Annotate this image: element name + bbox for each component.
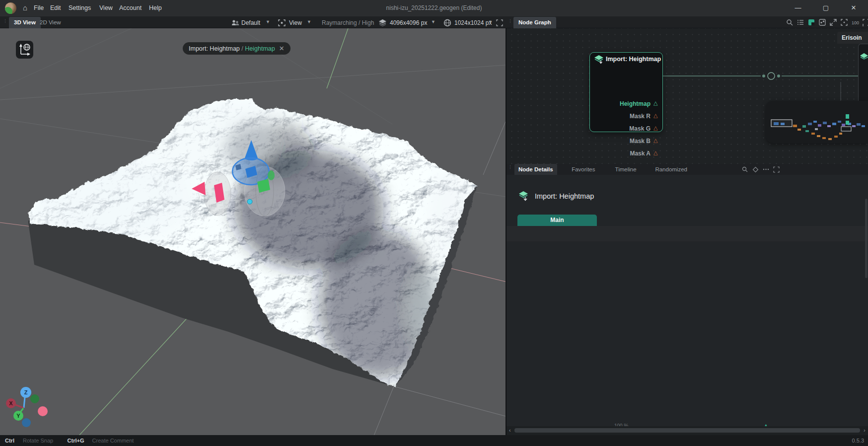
version-label: 0.5.3 [844, 438, 864, 444]
node-output-heightmap: Heightmap [620, 100, 651, 107]
app-logo-icon[interactable] [5, 2, 16, 14]
property-row-rotation: Rotation0.000°↺☆ [506, 259, 868, 274]
property-row-scale: Scale4096.000meters↺☆ [506, 274, 868, 289]
tab-timeline[interactable]: Timeline [611, 164, 641, 175]
axis-neg-y-handle[interactable] [30, 394, 39, 403]
menu-settings[interactable]: Settings [69, 4, 91, 11]
list-icon[interactable] [797, 19, 804, 26]
scroll-left-icon[interactable]: ‹ [509, 427, 511, 433]
node-output-connector-heightmap[interactable]: △ [653, 100, 657, 106]
property-row-offset: Offset0.000meters↺☆ [506, 304, 868, 319]
property-row-relative-vertical-scale: Relative vertical scale24.600%↺☆ [506, 289, 868, 304]
axis-gizmo[interactable]: Z X Y [6, 387, 48, 427]
close-button[interactable]: ✕ [847, 2, 860, 14]
menu-account[interactable]: Account [119, 4, 142, 11]
preview-resolution-dropdown[interactable]: 1024x1024 px [454, 19, 492, 26]
vertical-scrollbar-thumb[interactable] [865, 199, 868, 278]
details-grip[interactable]: ⋮⋮ [508, 166, 512, 172]
menu-view[interactable]: View [99, 4, 113, 11]
minimap-toggle-icon[interactable] [808, 19, 815, 26]
svg-text:Y: Y [16, 413, 20, 419]
erosion-node-icon [860, 52, 868, 67]
node-output-mask-a: Mask A [630, 150, 651, 157]
tab-favorites[interactable]: Favorites [568, 164, 599, 175]
section-header-main[interactable]: ▼ Main [506, 226, 868, 241]
terrain-scene: Z X Y [0, 28, 506, 435]
minimize-button[interactable]: — [792, 2, 804, 14]
property-row-status: StatusLoaded [506, 393, 868, 408]
profile-chevron-icon[interactable]: ▼ [266, 19, 270, 24]
details-diamond-icon[interactable] [752, 166, 759, 173]
render-mode-label[interactable]: Raymarching / High [322, 19, 374, 26]
profile-dropdown[interactable]: Default [241, 19, 260, 26]
node-erosion-tab[interactable]: Erisoin [837, 32, 868, 44]
property-row-raw: Raw↺☆ [506, 364, 868, 378]
details-node-title: Import: Heightmap [535, 192, 594, 200]
resolution-dropdown[interactable]: 4096x4096 px [390, 19, 427, 26]
node-graph-grip[interactable]: ⋮⋮ [508, 20, 512, 26]
node-output-mask-g: Mask G [629, 125, 651, 132]
hint-action: Rotate Snap [23, 438, 53, 444]
preview-resolution-chevron-icon[interactable]: ▼ [488, 19, 493, 24]
minimap-content [766, 101, 868, 143]
scroll-right-icon[interactable]: › [864, 427, 866, 433]
node-output-connector-mask-b[interactable]: △ [653, 137, 657, 144]
details-more-icon[interactable] [763, 166, 769, 173]
fullscreen-icon[interactable] [863, 19, 868, 26]
zoom-100-icon[interactable]: 100 [852, 19, 859, 26]
property-row-flip-along-y-axis: Flip along Y-axis↺☆ [506, 334, 868, 349]
hint-action: Create Comment [92, 438, 134, 444]
tab-node-graph[interactable]: Node Graph [513, 17, 556, 28]
heightmap-node-icon [593, 54, 604, 65]
breadcrumb-close-icon[interactable]: ✕ [279, 45, 285, 52]
menu-file[interactable]: File [34, 4, 44, 11]
maximize-button[interactable]: ▢ [819, 2, 832, 14]
svg-text:X: X [9, 400, 13, 406]
profile-icon [231, 19, 239, 27]
window-title: nishi-izu_20251222.geogen (Edited) [335, 4, 533, 11]
node-output-mask-b: Mask B [630, 138, 651, 145]
application-window: ⌂ FileEditSettingsViewAccountHelp nishi-… [0, 0, 868, 446]
view-chevron-icon[interactable]: ▼ [307, 19, 311, 24]
hint-key: Ctrl+G [68, 438, 84, 444]
gizmo-handle-green[interactable] [268, 170, 275, 180]
coordinate-toggle-button[interactable] [16, 41, 33, 59]
horizontal-scrollbar-thumb[interactable] [514, 428, 860, 433]
property-row-reimport: ReimportRedo import [506, 408, 868, 423]
tab-randomized[interactable]: Randomized [651, 164, 691, 175]
svg-text:Z: Z [24, 389, 28, 395]
frame-icon[interactable] [496, 19, 503, 26]
grid-toggle-icon[interactable] [819, 19, 826, 26]
group-tab-main[interactable]: Main [517, 215, 597, 226]
menu-edit[interactable]: Edit [50, 4, 61, 11]
details-expand-icon[interactable] [773, 166, 780, 173]
axis-line-green-top [327, 28, 348, 88]
breadcrumb[interactable]: Import: Heightmap / Heightmap✕ [183, 42, 290, 55]
menu-help[interactable]: Help [149, 4, 162, 11]
search-icon[interactable] [786, 19, 794, 26]
tab-2d-view[interactable]: 2D View [35, 17, 66, 28]
node-output-connector-mask-a[interactable]: △ [653, 149, 657, 156]
gizmo-dot-cyan[interactable] [247, 199, 252, 204]
property-row-repeat: Repeat↺☆ [506, 349, 868, 364]
tab-node-details[interactable]: Node Details [514, 164, 557, 175]
node-output-connector-mask-r[interactable]: △ [653, 112, 657, 119]
details-node-icon [518, 190, 530, 203]
toolbar-grip[interactable]: ⋮⋮ [3, 20, 7, 26]
home-icon[interactable]: ⌂ [23, 3, 27, 12]
property-row-position: PositionX0.000metersY0.000meters↺☆ [506, 244, 868, 259]
viewport-3d[interactable]: Z X Y Import: Heightmap / Heightmap✕ [0, 28, 506, 435]
node-output-connector-mask-g[interactable]: △ [653, 125, 657, 131]
axis-neg-z-handle[interactable] [22, 418, 31, 427]
expand-selection-icon[interactable] [841, 19, 848, 26]
property-row-filename: Filenamegen-nishi-izu/world creator/nish… [506, 378, 868, 393]
details-search-icon[interactable] [742, 166, 748, 173]
breadcrumb-current: Heightmap [245, 45, 275, 52]
resolution-chevron-icon[interactable]: ▼ [431, 19, 435, 24]
axis-neg-x-handle[interactable] [38, 406, 48, 416]
view-dropdown[interactable]: View [289, 19, 302, 26]
axis-line-green-bottom [79, 316, 189, 435]
layers-icon [378, 19, 387, 27]
fit-view-icon[interactable] [830, 19, 837, 26]
node-graph-edges [506, 28, 868, 164]
